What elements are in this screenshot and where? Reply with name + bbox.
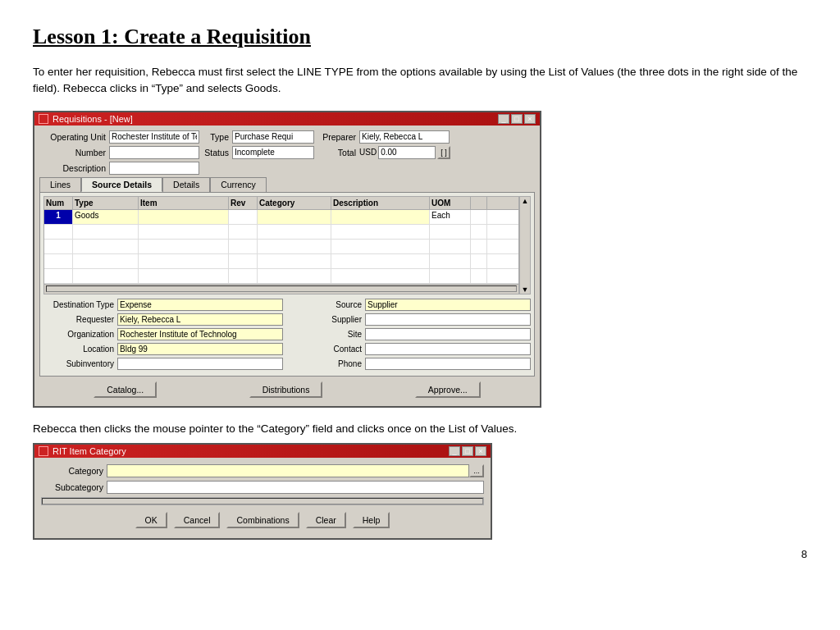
close-btn[interactable]: ×: [524, 114, 536, 124]
phone-row: Phone: [291, 358, 531, 370]
cell-item-3[interactable]: [139, 240, 229, 253]
cell-category-1[interactable]: [258, 210, 331, 224]
preparer-input[interactable]: [359, 130, 450, 144]
cell-description-4[interactable]: [331, 254, 430, 268]
cell-extra-5: [471, 269, 487, 283]
cat-window: RIT Item Category _ □ × Category ... Sub…: [33, 443, 492, 540]
intro-text: To enter her requisition, Rebecca must f…: [33, 64, 807, 98]
col-type: Type: [73, 197, 139, 209]
category-input[interactable]: [107, 464, 469, 477]
type-input[interactable]: [232, 130, 314, 144]
cell-description-2[interactable]: [331, 225, 430, 239]
type-label: Type: [199, 132, 232, 142]
tab-lines[interactable]: Lines: [39, 177, 81, 192]
cat-restore-btn[interactable]: □: [462, 446, 473, 456]
org-input[interactable]: [117, 328, 283, 340]
operating-unit-input[interactable]: [109, 130, 199, 144]
tab-source-details[interactable]: Source Details: [81, 177, 162, 192]
combinations-button[interactable]: Combinations: [226, 512, 299, 528]
phone-label: Phone: [291, 359, 365, 368]
titlebar-buttons: _ □ ×: [498, 114, 536, 124]
cell-type-1[interactable]: Goods: [73, 210, 139, 224]
scroll-up-btn[interactable]: ▲: [520, 197, 530, 205]
source-input[interactable]: [365, 299, 531, 311]
cat-minimize-btn[interactable]: _: [449, 446, 460, 456]
cell-rev-3[interactable]: [229, 240, 258, 253]
cell-item-4[interactable]: [139, 254, 229, 268]
cell-category-5[interactable]: [258, 269, 331, 283]
scroll-track: [520, 205, 530, 285]
cell-type-3[interactable]: [73, 240, 139, 253]
cell-rev-4[interactable]: [229, 254, 258, 268]
cell-type-2[interactable]: [73, 225, 139, 239]
cell-rev-1[interactable]: [229, 210, 258, 224]
grid-main: Num Type Item Rev Category Description U…: [43, 196, 519, 294]
preparer-label: Preparer: [314, 132, 359, 142]
source-label: Source: [291, 300, 365, 309]
cell-category-3[interactable]: [258, 240, 331, 253]
scroll-down-btn[interactable]: ▼: [520, 285, 530, 294]
tab-currency[interactable]: Currency: [210, 177, 267, 192]
description-input[interactable]: [109, 162, 199, 175]
dest-type-input[interactable]: [117, 299, 283, 311]
bottom-right-col: Source Supplier Site Contact: [291, 299, 531, 372]
cat-close-btn[interactable]: ×: [475, 446, 486, 456]
cell-description-1[interactable]: [331, 210, 430, 224]
cell-type-5[interactable]: [73, 269, 139, 283]
status-input[interactable]: [232, 146, 314, 159]
table-row: [44, 240, 518, 254]
cell-extra-4: [471, 254, 487, 268]
cell-rev-5[interactable]: [229, 269, 258, 283]
titlebar-left: Requisitions - [New]: [39, 114, 133, 124]
vertical-scrollbar[interactable]: ▲ ▼: [519, 196, 531, 294]
cancel-button[interactable]: Cancel: [174, 512, 221, 528]
clear-button[interactable]: Clear: [306, 512, 346, 528]
horizontal-scrollbar[interactable]: [44, 284, 518, 294]
cell-description-3[interactable]: [331, 240, 430, 253]
subinventory-input[interactable]: [117, 358, 283, 370]
cell-item-5[interactable]: [139, 269, 229, 283]
supplier-input[interactable]: [365, 313, 531, 326]
restore-btn[interactable]: □: [511, 114, 523, 124]
contact-input[interactable]: [365, 343, 531, 355]
cell-type-4[interactable]: [73, 254, 139, 268]
approve-button[interactable]: Approve...: [415, 381, 481, 398]
total-btn[interactable]: [ ]: [437, 146, 450, 159]
col-description: Description: [331, 197, 430, 209]
ok-button[interactable]: OK: [135, 512, 167, 528]
bottom-form: Destination Type Requester Organization …: [43, 299, 531, 372]
cell-category-4[interactable]: [258, 254, 331, 268]
requester-input[interactable]: [117, 313, 283, 326]
cell-description-5[interactable]: [331, 269, 430, 283]
cell-extra-1: [471, 210, 487, 224]
org-label: Organization: [43, 330, 117, 339]
window-icon: [39, 114, 48, 124]
subcategory-input[interactable]: [107, 481, 484, 494]
site-label: Site: [291, 330, 365, 339]
location-input[interactable]: [117, 343, 283, 355]
cat-horizontal-scrollbar[interactable]: [41, 497, 484, 505]
catalog-button[interactable]: Catalog...: [94, 381, 157, 398]
phone-input[interactable]: [365, 358, 531, 370]
tab-content: Num Type Item Rev Category Description U…: [39, 192, 535, 377]
cell-item-1[interactable]: [139, 210, 229, 224]
cat-window-title: RIT Item Category: [52, 446, 126, 456]
supplier-row: Supplier: [291, 313, 531, 326]
cell-category-2[interactable]: [258, 225, 331, 239]
minimize-btn[interactable]: _: [498, 114, 509, 124]
help-button[interactable]: Help: [353, 512, 390, 528]
status-label: Status: [199, 148, 232, 158]
distributions-button[interactable]: Distributions: [249, 381, 323, 398]
col-category: Category: [258, 197, 331, 209]
cat-window-body: Category ... Subcategory OK Cancel Combi…: [34, 458, 491, 538]
cell-uom-2: [430, 225, 471, 239]
number-input[interactable]: [109, 146, 199, 159]
tab-details[interactable]: Details: [162, 177, 210, 192]
total-input[interactable]: [378, 146, 436, 159]
requester-label: Requester: [43, 315, 117, 324]
site-input[interactable]: [365, 328, 531, 340]
cell-item-2[interactable]: [139, 225, 229, 239]
category-dots-button[interactable]: ...: [469, 464, 484, 477]
cell-num-5: [44, 269, 73, 283]
cell-rev-2[interactable]: [229, 225, 258, 239]
